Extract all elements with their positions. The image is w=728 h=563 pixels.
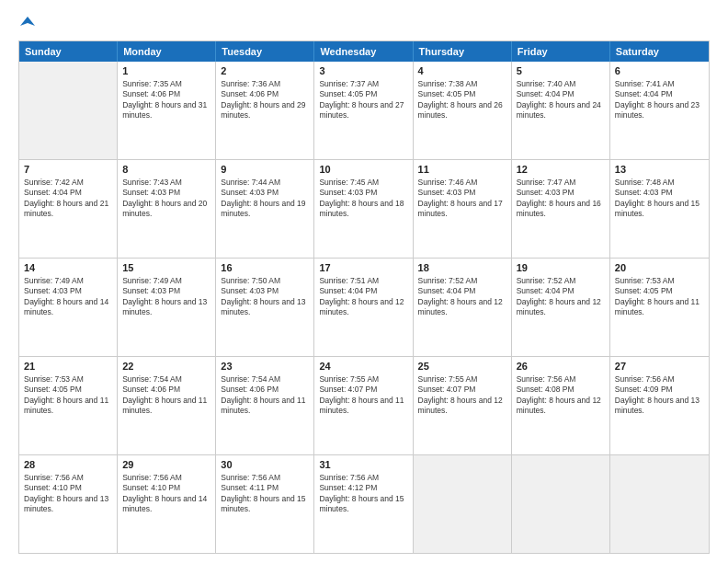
- cell-info: Sunrise: 7:51 AMSunset: 4:04 PMDaylight:…: [319, 276, 407, 318]
- table-row: 24Sunrise: 7:55 AMSunset: 4:07 PMDayligh…: [314, 357, 413, 454]
- table-row: 15Sunrise: 7:49 AMSunset: 4:03 PMDayligh…: [118, 259, 216, 356]
- daylight-label: Daylight: 8 hours and 14 minutes.: [122, 494, 207, 513]
- sunrise-label: Sunrise: 7:43 AM: [122, 178, 182, 187]
- cell-info: Sunrise: 7:56 AMSunset: 4:08 PMDaylight:…: [517, 374, 605, 417]
- sunset-label: Sunset: 4:09 PM: [615, 385, 673, 394]
- table-row: 3Sunrise: 7:37 AMSunset: 4:05 PMDaylight…: [314, 62, 413, 159]
- calendar: Sunday Monday Tuesday Wednesday Thursday…: [18, 40, 710, 554]
- sunset-label: Sunset: 4:07 PM: [319, 385, 377, 394]
- cell-info: Sunrise: 7:49 AMSunset: 4:03 PMDaylight:…: [24, 276, 112, 318]
- cell-info: Sunrise: 7:48 AMSunset: 4:03 PMDaylight:…: [615, 178, 704, 220]
- daylight-label: Daylight: 8 hours and 17 minutes.: [418, 199, 503, 218]
- sunset-label: Sunset: 4:03 PM: [517, 188, 574, 197]
- table-row: [610, 455, 709, 553]
- table-row: 13Sunrise: 7:48 AMSunset: 4:03 PMDayligh…: [610, 160, 709, 258]
- day-number: 23: [221, 360, 309, 373]
- day-number: 17: [319, 261, 407, 275]
- cell-info: Sunrise: 7:49 AMSunset: 4:03 PMDaylight:…: [122, 276, 210, 318]
- sunset-label: Sunset: 4:10 PM: [122, 483, 180, 492]
- day-number: 5: [517, 64, 605, 78]
- table-row: 6Sunrise: 7:41 AMSunset: 4:04 PMDaylight…: [610, 62, 709, 159]
- day-number: 7: [24, 163, 112, 177]
- sunset-label: Sunset: 4:06 PM: [221, 385, 279, 394]
- table-row: 10Sunrise: 7:45 AMSunset: 4:03 PMDayligh…: [314, 160, 413, 258]
- day-number: 8: [122, 163, 210, 177]
- daylight-label: Daylight: 8 hours and 29 minutes.: [221, 100, 305, 120]
- header: [18, 15, 710, 33]
- table-row: 18Sunrise: 7:52 AMSunset: 4:04 PMDayligh…: [414, 259, 512, 356]
- sunset-label: Sunset: 4:05 PM: [418, 89, 476, 98]
- cal-week-0: 1Sunrise: 7:35 AMSunset: 4:06 PMDaylight…: [19, 62, 709, 160]
- cell-info: Sunrise: 7:44 AMSunset: 4:03 PMDaylight:…: [221, 178, 309, 220]
- table-row: 16Sunrise: 7:50 AMSunset: 4:03 PMDayligh…: [216, 259, 314, 356]
- sunrise-label: Sunrise: 7:56 AM: [221, 473, 280, 482]
- table-row: 14Sunrise: 7:49 AMSunset: 4:03 PMDayligh…: [19, 259, 118, 356]
- day-number: 27: [615, 360, 704, 373]
- sunset-label: Sunset: 4:04 PM: [615, 89, 673, 98]
- table-row: 2Sunrise: 7:36 AMSunset: 4:06 PMDaylight…: [216, 62, 314, 159]
- day-number: 20: [615, 261, 704, 275]
- calendar-body: 1Sunrise: 7:35 AMSunset: 4:06 PMDaylight…: [19, 62, 709, 553]
- sunrise-label: Sunrise: 7:54 AM: [221, 374, 280, 384]
- sunrise-label: Sunrise: 7:35 AM: [122, 79, 182, 88]
- sunset-label: Sunset: 4:06 PM: [122, 89, 180, 98]
- sunrise-label: Sunrise: 7:53 AM: [24, 374, 84, 384]
- daylight-label: Daylight: 8 hours and 18 minutes.: [319, 199, 404, 218]
- day-number: 13: [615, 163, 704, 177]
- cell-info: Sunrise: 7:56 AMSunset: 4:10 PMDaylight:…: [24, 473, 112, 515]
- day-number: 10: [319, 163, 407, 177]
- cal-week-1: 7Sunrise: 7:42 AMSunset: 4:04 PMDaylight…: [19, 160, 709, 259]
- table-row: 17Sunrise: 7:51 AMSunset: 4:04 PMDayligh…: [314, 259, 413, 356]
- daylight-label: Daylight: 8 hours and 15 minutes.: [221, 494, 305, 513]
- day-number: 2: [221, 64, 309, 78]
- header-tuesday: Tuesday: [216, 41, 314, 62]
- daylight-label: Daylight: 8 hours and 11 minutes.: [221, 396, 305, 415]
- daylight-label: Daylight: 8 hours and 13 minutes.: [122, 297, 207, 316]
- day-number: 14: [24, 261, 112, 275]
- table-row: 28Sunrise: 7:56 AMSunset: 4:10 PMDayligh…: [19, 455, 118, 553]
- day-number: 28: [24, 458, 112, 472]
- daylight-label: Daylight: 8 hours and 16 minutes.: [517, 199, 601, 218]
- sunset-label: Sunset: 4:11 PM: [221, 483, 279, 492]
- daylight-label: Daylight: 8 hours and 13 minutes.: [221, 297, 305, 316]
- daylight-label: Daylight: 8 hours and 13 minutes.: [615, 396, 700, 415]
- sunrise-label: Sunrise: 7:56 AM: [517, 374, 576, 384]
- logo: [18, 15, 35, 33]
- cell-info: Sunrise: 7:56 AMSunset: 4:11 PMDaylight:…: [221, 473, 309, 515]
- day-number: 31: [319, 458, 407, 472]
- header-sunday: Sunday: [19, 41, 118, 62]
- day-number: 16: [221, 261, 309, 275]
- sunset-label: Sunset: 4:06 PM: [122, 385, 180, 394]
- logo-bird-icon: [20, 15, 35, 29]
- table-row: 26Sunrise: 7:56 AMSunset: 4:08 PMDayligh…: [512, 357, 610, 454]
- daylight-label: Daylight: 8 hours and 24 minutes.: [517, 100, 601, 120]
- sunrise-label: Sunrise: 7:49 AM: [122, 276, 182, 285]
- sunset-label: Sunset: 4:03 PM: [221, 286, 279, 295]
- header-saturday: Saturday: [610, 41, 709, 62]
- cell-info: Sunrise: 7:56 AMSunset: 4:12 PMDaylight:…: [319, 473, 407, 515]
- svg-marker-0: [20, 17, 35, 26]
- sunset-label: Sunset: 4:03 PM: [122, 286, 180, 295]
- sunrise-label: Sunrise: 7:56 AM: [615, 374, 675, 384]
- cell-info: Sunrise: 7:38 AMSunset: 4:05 PMDaylight:…: [418, 79, 506, 121]
- cell-info: Sunrise: 7:35 AMSunset: 4:06 PMDaylight:…: [122, 79, 210, 121]
- sunrise-label: Sunrise: 7:41 AM: [615, 79, 675, 88]
- day-number: 24: [319, 360, 407, 373]
- daylight-label: Daylight: 8 hours and 13 minutes.: [24, 494, 108, 513]
- cell-info: Sunrise: 7:54 AMSunset: 4:06 PMDaylight:…: [122, 374, 210, 417]
- day-number: 3: [319, 64, 407, 78]
- table-row: [19, 62, 118, 159]
- header-thursday: Thursday: [414, 41, 512, 62]
- daylight-label: Daylight: 8 hours and 12 minutes.: [517, 396, 601, 415]
- cell-info: Sunrise: 7:43 AMSunset: 4:03 PMDaylight:…: [122, 178, 210, 220]
- table-row: 21Sunrise: 7:53 AMSunset: 4:05 PMDayligh…: [19, 357, 118, 454]
- table-row: 1Sunrise: 7:35 AMSunset: 4:06 PMDaylight…: [118, 62, 216, 159]
- sunset-label: Sunset: 4:10 PM: [24, 483, 82, 492]
- daylight-label: Daylight: 8 hours and 23 minutes.: [615, 100, 700, 120]
- day-number: 6: [615, 64, 704, 78]
- day-number: 1: [122, 64, 210, 78]
- cell-info: Sunrise: 7:53 AMSunset: 4:05 PMDaylight:…: [615, 276, 704, 318]
- daylight-label: Daylight: 8 hours and 12 minutes.: [418, 396, 503, 415]
- cell-info: Sunrise: 7:55 AMSunset: 4:07 PMDaylight:…: [319, 374, 407, 417]
- table-row: 22Sunrise: 7:54 AMSunset: 4:06 PMDayligh…: [118, 357, 216, 454]
